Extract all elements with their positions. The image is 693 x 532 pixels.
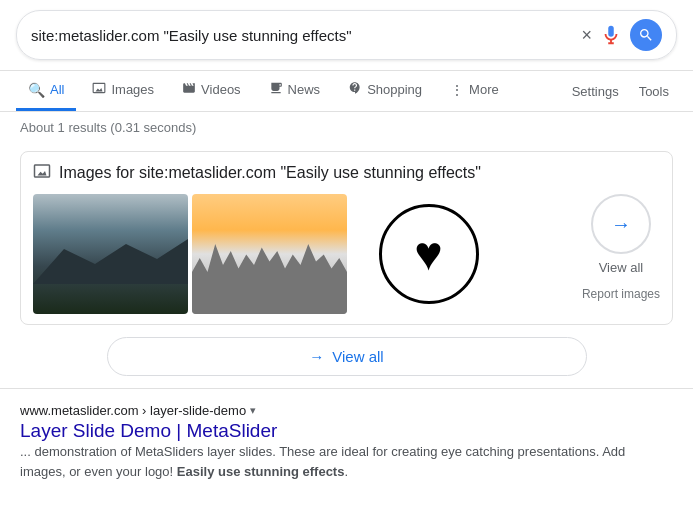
more-icon: ⋮ (450, 82, 464, 98)
images-header-text: Images for site:metaslider.com "Easily u… (59, 164, 481, 182)
tab-more-label: More (469, 82, 499, 97)
view-all-bar: → View all (20, 337, 673, 376)
settings-link[interactable]: Settings (564, 74, 627, 109)
tab-shopping[interactable]: Shopping (336, 71, 434, 111)
tab-all[interactable]: 🔍 All (16, 72, 76, 111)
search-submit-icon (638, 27, 654, 43)
heart-circle: ♥ (379, 204, 479, 304)
images-section-icon (33, 162, 51, 184)
images-section: Images for site:metaslider.com "Easily u… (20, 151, 673, 325)
view-all-button[interactable]: → View all (107, 337, 587, 376)
search-submit-button[interactable] (630, 19, 662, 51)
heart-symbol: ♥ (414, 230, 443, 278)
result-title-link[interactable]: Layer Slide Demo | MetaSlider (20, 420, 277, 441)
result-url-text: www.metaslider.com › layer-slide-demo (20, 403, 246, 418)
images-right-panel: → View all Report images (582, 194, 660, 301)
result-snippet: ... demonstration of MetaSliders layer s… (20, 442, 673, 481)
search-bar: site:metaslider.com "Easily use stunning… (16, 10, 677, 60)
tab-videos-label: Videos (201, 82, 241, 97)
view-all-label: View all (332, 348, 383, 365)
tab-images-label: Images (111, 82, 154, 97)
nav-tabs: 🔍 All Images Videos News Shopping ⋮ More… (0, 71, 693, 112)
tab-shopping-label: Shopping (367, 82, 422, 97)
snippet-bold: Easily use stunning effects (177, 464, 345, 479)
snippet-after: . (344, 464, 348, 479)
tab-more[interactable]: ⋮ More (438, 72, 511, 111)
image-thumb-mountain[interactable] (33, 194, 188, 314)
news-icon (269, 81, 283, 98)
tab-all-label: All (50, 82, 64, 97)
all-icon: 🔍 (28, 82, 45, 98)
view-all-circle-button[interactable]: → (591, 194, 651, 254)
clear-icon[interactable]: × (581, 25, 592, 46)
report-images-link[interactable]: Report images (582, 287, 660, 301)
result-url-line: www.metaslider.com › layer-slide-demo ▾ (20, 403, 673, 418)
images-icon (92, 81, 106, 98)
images-header: Images for site:metaslider.com "Easily u… (33, 162, 660, 184)
tab-images[interactable]: Images (80, 71, 166, 111)
results-info: About 1 results (0.31 seconds) (0, 112, 693, 143)
search-input[interactable]: site:metaslider.com "Easily use stunning… (31, 27, 573, 44)
result-url-chevron[interactable]: ▾ (250, 404, 256, 417)
shopping-icon (348, 81, 362, 98)
image-thumb-city[interactable] (192, 194, 347, 314)
tab-news[interactable]: News (257, 71, 333, 111)
mic-icon[interactable] (600, 24, 622, 46)
image-thumb-heart[interactable]: ♥ (351, 194, 506, 314)
result-item: www.metaslider.com › layer-slide-demo ▾ … (0, 393, 693, 491)
tab-news-label: News (288, 82, 321, 97)
tools-link[interactable]: Tools (631, 74, 677, 109)
search-bar-container: site:metaslider.com "Easily use stunning… (0, 0, 693, 71)
view-all-arrow: → (309, 348, 324, 365)
divider (0, 388, 693, 389)
view-all-right-label[interactable]: View all (599, 260, 644, 275)
videos-icon (182, 81, 196, 98)
tab-videos[interactable]: Videos (170, 71, 253, 111)
